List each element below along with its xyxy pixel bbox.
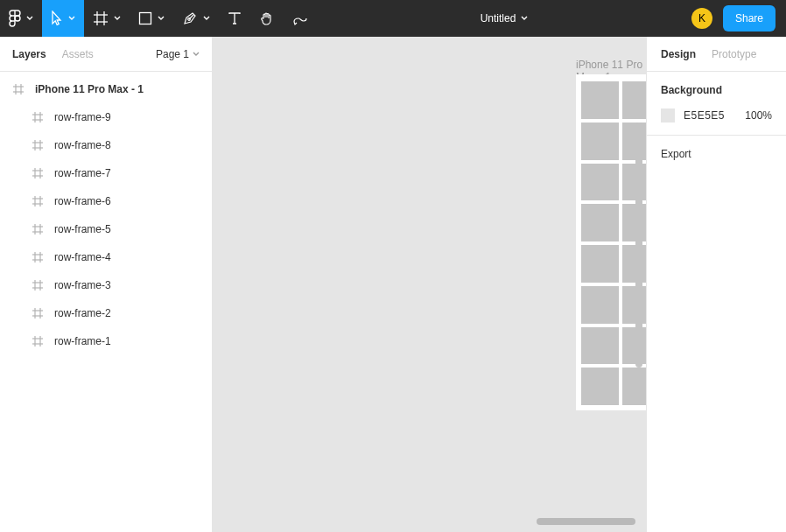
grid-cell[interactable] — [622, 81, 646, 119]
user-avatar[interactable]: K — [691, 8, 712, 29]
grid-cell[interactable] — [581, 245, 619, 283]
pen-icon — [182, 10, 198, 26]
frame-icon — [93, 10, 109, 26]
layer-label: row-frame-4 — [54, 251, 111, 263]
left-panel-tabs: Layers Assets Page 1 — [0, 37, 212, 72]
layer-item[interactable]: row-frame-4 — [0, 243, 212, 271]
avatar-initial: K — [698, 12, 705, 24]
hand-icon — [259, 10, 275, 26]
left-panel: Layers Assets Page 1 iPhone 11 Pro Max -… — [0, 37, 213, 532]
layer-item[interactable]: row-frame-5 — [0, 215, 212, 243]
document-title[interactable]: Untitled — [481, 0, 529, 37]
grid-cell[interactable] — [581, 204, 619, 242]
svg-point-0 — [15, 16, 20, 21]
text-icon — [228, 11, 242, 25]
shape-tool-button[interactable] — [130, 0, 173, 37]
layer-label: row-frame-7 — [54, 167, 111, 179]
layer-label: row-frame-6 — [54, 195, 111, 207]
grid-cell[interactable] — [581, 286, 619, 324]
layer-label: iPhone 11 Pro Max - 1 — [35, 83, 144, 95]
document-title-text: Untitled — [481, 12, 516, 24]
svg-rect-5 — [140, 13, 151, 24]
page-label: Page 1 — [156, 48, 189, 60]
comment-tool-button[interactable] — [284, 0, 317, 37]
share-button[interactable]: Share — [723, 5, 775, 32]
grid-cell[interactable] — [622, 368, 646, 405]
layer-label: row-frame-1 — [54, 335, 111, 347]
cursor-icon — [51, 10, 63, 26]
frame-icon — [32, 139, 44, 151]
tab-assets[interactable]: Assets — [62, 48, 94, 60]
grid-cell[interactable] — [581, 368, 619, 405]
move-tool-button[interactable] — [42, 0, 84, 37]
frame-icon — [32, 279, 44, 291]
chevron-down-icon — [68, 16, 75, 21]
frame-icon — [12, 83, 25, 95]
pen-tool-button[interactable] — [173, 0, 219, 37]
background-hex[interactable]: E5E5E5 — [684, 109, 725, 122]
grid-cell[interactable] — [581, 81, 619, 119]
tab-layers[interactable]: Layers — [12, 48, 46, 60]
layer-item[interactable]: row-frame-7 — [0, 159, 212, 187]
layer-item[interactable]: row-frame-6 — [0, 187, 212, 215]
layer-label: row-frame-9 — [54, 111, 111, 123]
frame-icon — [32, 223, 44, 235]
layer-item[interactable]: row-frame-2 — [0, 299, 212, 327]
hand-tool-button[interactable] — [250, 0, 284, 37]
layers-list: iPhone 11 Pro Max - 1row-frame-9row-fram… — [0, 72, 212, 359]
figma-menu-button[interactable] — [0, 0, 42, 37]
frame-icon — [32, 167, 44, 179]
tab-prototype[interactable]: Prototype — [712, 48, 756, 60]
background-swatch[interactable] — [661, 108, 675, 122]
pencil-draw-icon — [292, 10, 308, 26]
export-section[interactable]: Export — [647, 136, 786, 172]
top-toolbar: Untitled K Share — [0, 0, 786, 37]
frame-icon — [32, 111, 44, 123]
grid-cell[interactable] — [581, 327, 619, 365]
chevron-down-icon — [114, 16, 121, 21]
canvas[interactable]: iPhone 11 Pro Max - 1 — [213, 37, 646, 532]
chevron-down-icon — [521, 16, 528, 21]
frame-icon — [32, 195, 44, 207]
frame-icon — [32, 335, 44, 347]
background-title: Background — [661, 84, 772, 96]
background-opacity[interactable]: 100% — [745, 109, 772, 122]
chevron-down-icon — [193, 52, 200, 57]
grid-cell[interactable] — [581, 122, 619, 160]
layer-label: row-frame-2 — [54, 307, 111, 319]
layer-item[interactable]: row-frame-1 — [0, 327, 212, 355]
frame-tool-button[interactable] — [84, 0, 130, 37]
chevron-down-icon — [26, 16, 33, 21]
right-panel: Design Prototype Background E5E5E5 100% … — [646, 37, 786, 532]
tab-design[interactable]: Design — [661, 48, 696, 60]
layer-item[interactable]: row-frame-3 — [0, 271, 212, 299]
text-tool-button[interactable] — [219, 0, 250, 37]
layer-label: row-frame-5 — [54, 223, 111, 235]
page-selector[interactable]: Page 1 — [156, 48, 200, 60]
grid-row — [581, 368, 646, 405]
background-section: Background E5E5E5 100% — [647, 72, 786, 136]
chevron-down-icon — [158, 16, 165, 21]
background-row[interactable]: E5E5E5 100% — [661, 108, 772, 122]
right-panel-tabs: Design Prototype — [647, 37, 786, 72]
grid-cell[interactable] — [581, 164, 619, 201]
rectangle-icon — [138, 11, 152, 25]
layer-item[interactable]: row-frame-9 — [0, 103, 212, 131]
layer-root[interactable]: iPhone 11 Pro Max - 1 — [0, 75, 212, 103]
main-area: Layers Assets Page 1 iPhone 11 Pro Max -… — [0, 37, 786, 532]
grid-row — [581, 81, 646, 119]
layer-label: row-frame-3 — [54, 279, 111, 291]
frame-icon — [32, 251, 44, 263]
share-button-label: Share — [735, 12, 763, 24]
figma-logo-icon — [9, 10, 21, 27]
vertical-scrollbar[interactable] — [635, 122, 642, 368]
layer-item[interactable]: row-frame-8 — [0, 131, 212, 159]
frame-icon — [32, 307, 44, 319]
horizontal-scrollbar[interactable] — [537, 518, 635, 525]
chevron-down-icon — [203, 16, 210, 21]
layer-label: row-frame-8 — [54, 139, 111, 151]
